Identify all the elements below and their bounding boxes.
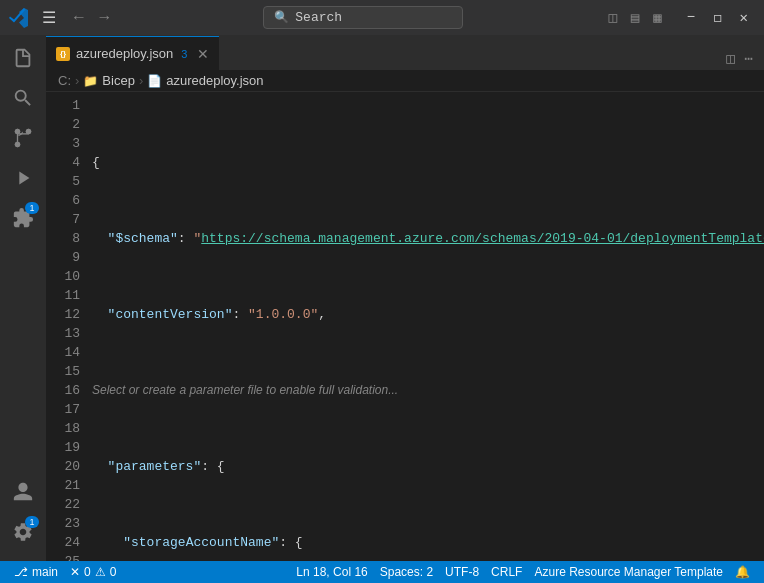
breadcrumb-sep-2: › — [139, 73, 143, 88]
line-ending-label: CRLF — [491, 565, 522, 579]
tab-filename: azuredeploy.json — [76, 46, 173, 61]
encoding-label: UTF-8 — [445, 565, 479, 579]
tab-close-button[interactable]: ✕ — [197, 46, 209, 62]
title-bar-right: ◫ ▤ ▦ − ◻ ✕ — [603, 6, 764, 29]
tab-number: 3 — [181, 48, 187, 60]
extensions-badge: 1 — [25, 202, 39, 214]
code-line-1: { — [92, 153, 764, 172]
ln-23: 23 — [54, 514, 80, 533]
more-actions-button[interactable]: ⋯ — [742, 47, 756, 70]
code-editor[interactable]: 1 2 3 4 5 6 7 8 9 10 11 12 13 14 15 16 1 — [46, 92, 764, 561]
status-bar-right: Ln 18, Col 16 Spaces: 2 UTF-8 CRLF Azure… — [290, 565, 756, 579]
ln-6: 6 — [54, 191, 80, 210]
ln-7: 7 — [54, 210, 80, 229]
back-button[interactable]: ← — [68, 7, 90, 29]
breadcrumb-folder[interactable]: Bicep — [102, 73, 135, 88]
spaces-label: Spaces: 2 — [380, 565, 433, 579]
breadcrumb-sep-1: › — [75, 73, 79, 88]
status-encoding[interactable]: UTF-8 — [439, 565, 485, 579]
activity-bar-bottom: 1 — [4, 473, 42, 553]
title-bar-left: ☰ ← → — [0, 4, 123, 32]
status-errors[interactable]: ✕ 0 ⚠ 0 — [64, 561, 122, 583]
activity-item-extensions[interactable]: 1 — [4, 199, 42, 237]
ln-18: 18 — [54, 419, 80, 438]
breadcrumb-drive[interactable]: C: — [58, 73, 71, 88]
bell-icon: 🔔 — [735, 565, 750, 579]
settings-badge: 1 — [25, 516, 39, 528]
active-tab[interactable]: {} azuredeploy.json 3 ✕ — [46, 36, 219, 70]
vscode-logo-icon — [8, 7, 30, 29]
status-bar: ⎇ main ✕ 0 ⚠ 0 Ln 18, Col 16 Spaces: 2 U… — [0, 561, 764, 583]
layout-grid-icon[interactable]: ▦ — [648, 6, 666, 29]
tab-bar: {} azuredeploy.json 3 ✕ ◫ ⋯ — [46, 35, 764, 70]
git-branch-label: main — [32, 565, 58, 579]
activity-item-run[interactable] — [4, 159, 42, 197]
split-editor-button[interactable]: ◫ — [723, 47, 737, 70]
ln-8: 8 — [54, 229, 80, 248]
code-lines[interactable]: { "$schema": "https://schema.management.… — [88, 92, 764, 561]
close-button[interactable]: ✕ — [732, 6, 756, 29]
activity-item-account[interactable] — [4, 473, 42, 511]
forward-button[interactable]: → — [94, 7, 116, 29]
ln-22: 22 — [54, 495, 80, 514]
language-label: Azure Resource Manager Template — [534, 565, 723, 579]
ln-16: 16 — [54, 381, 80, 400]
search-activity-icon — [12, 87, 34, 109]
ln-5: 5 — [54, 172, 80, 191]
title-bar: ☰ ← → 🔍 Search ◫ ▤ ▦ − ◻ ✕ — [0, 0, 764, 35]
ln-21: 21 — [54, 476, 80, 495]
error-count: 0 — [84, 565, 91, 579]
warning-count: 0 — [110, 565, 117, 579]
search-icon: 🔍 — [274, 10, 289, 25]
code-line-5: "parameters": { — [92, 457, 764, 476]
ln-20: 20 — [54, 457, 80, 476]
activity-item-explorer[interactable] — [4, 39, 42, 77]
status-bell[interactable]: 🔔 — [729, 565, 756, 579]
status-git-branch[interactable]: ⎇ main — [8, 561, 64, 583]
ln-24: 24 — [54, 533, 80, 552]
status-language[interactable]: Azure Resource Manager Template — [528, 565, 729, 579]
ln-11: 11 — [54, 286, 80, 305]
editor-area: {} azuredeploy.json 3 ✕ ◫ ⋯ C: › 📁 Bicep… — [46, 35, 764, 561]
warning-icon: ⚠ — [95, 565, 106, 579]
ln-1: 1 — [54, 96, 80, 115]
tab-actions: ◫ ⋯ — [723, 47, 764, 70]
breadcrumb-file-icon: 📄 — [147, 74, 162, 88]
activity-item-settings[interactable]: 1 — [4, 513, 42, 551]
window-controls: − ◻ ✕ — [679, 6, 756, 29]
status-spaces[interactable]: Spaces: 2 — [374, 565, 439, 579]
ln-2: 2 — [54, 115, 80, 134]
breadcrumb-folder-icon: 📁 — [83, 74, 98, 88]
minimize-button[interactable]: − — [679, 6, 703, 29]
activity-item-search[interactable] — [4, 79, 42, 117]
nav-buttons: ← → — [68, 7, 115, 29]
source-control-icon — [12, 127, 34, 149]
tab-file-icon: {} — [56, 47, 70, 61]
account-icon — [12, 481, 34, 503]
ln-13: 13 — [54, 324, 80, 343]
code-line-2: "$schema": "https://schema.management.az… — [92, 229, 764, 248]
breadcrumb-file[interactable]: azuredeploy.json — [166, 73, 263, 88]
ln-17: 17 — [54, 400, 80, 419]
search-input-container[interactable]: 🔍 Search — [263, 6, 463, 29]
restore-button[interactable]: ◻ — [705, 6, 729, 29]
ln-10: 10 — [54, 267, 80, 286]
layout-split-icon[interactable]: ◫ — [603, 6, 621, 29]
breadcrumb: C: › 📁 Bicep › 📄 azuredeploy.json — [46, 70, 764, 92]
code-line-6: "storageAccountName": { — [92, 533, 764, 552]
activity-bar: 1 1 — [0, 35, 46, 561]
code-content: 1 2 3 4 5 6 7 8 9 10 11 12 13 14 15 16 1 — [46, 92, 764, 561]
line-col-label: Ln 18, Col 16 — [296, 565, 367, 579]
line-numbers: 1 2 3 4 5 6 7 8 9 10 11 12 13 14 15 16 1 — [46, 92, 88, 561]
ln-19: 19 — [54, 438, 80, 457]
ln-9: 9 — [54, 248, 80, 267]
search-label: Search — [295, 10, 342, 25]
status-line-col[interactable]: Ln 18, Col 16 — [290, 565, 373, 579]
layout-toggle-icon[interactable]: ▤ — [626, 6, 644, 29]
activity-item-source-control[interactable] — [4, 119, 42, 157]
ln-3: 3 — [54, 134, 80, 153]
main-layout: 1 1 {} azuredeploy.json — [0, 35, 764, 561]
error-icon: ✕ — [70, 565, 80, 579]
status-line-ending[interactable]: CRLF — [485, 565, 528, 579]
menu-icon[interactable]: ☰ — [38, 4, 60, 32]
